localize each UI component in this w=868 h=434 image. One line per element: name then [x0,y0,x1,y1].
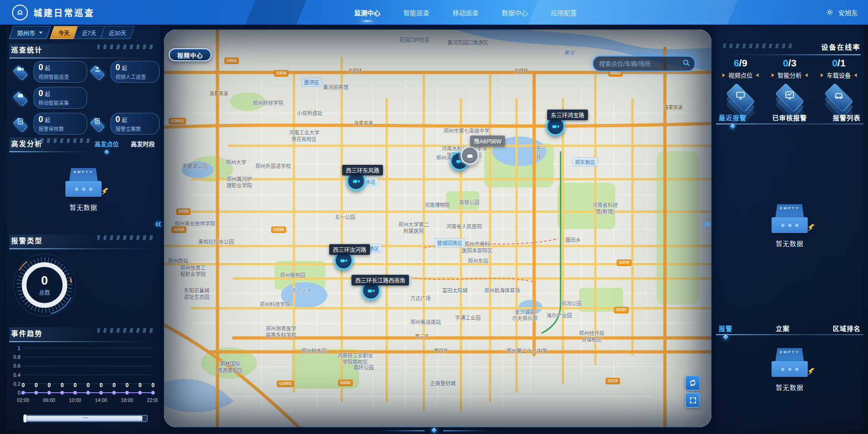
app-title: 城建日常巡查 [33,6,95,19]
case-tabs-underline [716,334,863,335]
svg-text:02:00: 02:00 [17,397,29,403]
stat-label: 视频智能巡查 [38,73,82,80]
scrollbar-handle[interactable] [24,415,26,422]
stat-card: 0起移动智能采集 [10,85,87,110]
map-road-tooltip: 西三环东风路 [342,165,383,175]
document-icon [87,113,108,134]
empty-box-icon: EMPTY [772,348,808,377]
map-place-label: 郑州黄河护 理职业学院 [227,176,252,189]
map-place-label: 郑州大学第二 附属医院 [398,222,429,235]
gear-icon[interactable] [826,8,834,16]
map-roads-art [164,30,711,427]
event-trend-chart: 10.80.60.40.20002:000006:000010:000014:0… [9,343,160,422]
map-road-name: 连霍高速 [354,121,373,127]
brand: 城建日常巡查 [12,0,95,25]
svg-text:0: 0 [74,382,77,389]
map-place-label: 郑州东站 [468,258,488,265]
nav-tab-监测中心[interactable]: 监测中心 [353,6,381,19]
city-select-value: 郑州市 [17,28,35,37]
map-place-label: 洞林国际 旅游度假区 [217,361,243,374]
alarm-empty-state: EMPTY 暂无数据 [716,204,863,248]
search-input[interactable] [598,60,683,68]
search-icon[interactable] [683,59,690,68]
section-trend-title: 事件趋势 [9,327,158,342]
vehicle-icon [818,84,860,114]
section-alarm-type-title: 报警类型 [9,234,158,249]
map-place-label: 奥帕拉拉水公园 [198,239,234,246]
svg-text:0: 0 [22,382,25,389]
map-place-label: 五一公园 [335,214,355,221]
case-tabs: 报警立案区域排名 [717,324,862,333]
map-road-tooltip: 西三环汝河路 [329,244,370,255]
svg-text:0.6: 0.6 [13,363,20,369]
fullscreen-icon[interactable] [685,393,700,408]
map-road-name: 连霍高速 [210,91,228,97]
nav-tab-数据中心[interactable]: 数据中心 [501,6,529,19]
user-name[interactable]: 安旭东 [838,8,858,17]
svg-text:06:00: 06:00 [43,397,55,403]
case-tab-报警[interactable]: 报警 [719,324,733,333]
vehicle-marker-icon[interactable] [460,146,479,165]
date-filter-近7天[interactable]: 近7天 [73,26,105,39]
video-camera-icon [10,61,31,82]
map-road-name: 南四环 [434,348,448,354]
map-place-label: 黄河迎宾馆 [323,84,349,91]
hotspot-tab-高发时段[interactable]: 高发时段 [131,139,155,148]
hotspot-tab-高发点位[interactable]: 高发点位 [95,139,119,148]
road-badge-G3001: G3001 [277,381,294,387]
case-tab-立案[interactable]: 立案 [776,324,790,333]
svg-text:18:00: 18:00 [121,397,133,403]
empty-text: 暂无数据 [70,202,97,212]
nav-tab-智能巡查[interactable]: 智能巡查 [402,6,430,19]
dashboard-stage: 视频中心 花园口村社区黄河花园口旅游区黄河迎宾馆郑州财经学院小双桥遗址河南工业大… [0,0,868,434]
empty-box-icon: EMPTY [65,168,102,197]
stat-value-line: 0起 [38,115,82,124]
stat-label: 报警审核数 [38,125,82,132]
alarm-tab-最近报警[interactable]: 最近报警 [719,113,747,122]
collapse-right-panel-icon[interactable]: » [704,217,710,229]
date-filter-近30天[interactable]: 近30天 [100,26,134,39]
map-place-label: 郑州科技学院 [260,302,290,308]
map-place-label: 郑州大学 [226,160,246,166]
online-label: 视频点位 [716,71,765,79]
svg-text:0: 0 [48,382,51,389]
road-badge-G3001: G3001 [169,118,186,124]
section-hotspot-title: 高发分析 [9,137,95,152]
online-stat-车载设备: 0/1车载设备 [814,58,863,114]
chart-scrollbar[interactable] [23,415,147,422]
map-controls [685,376,700,408]
gauge-value: 0 [41,274,48,286]
svg-text:0: 0 [18,390,20,395]
map-road-name: 北四环 [348,68,362,74]
stat-value-line: 0起 [38,89,82,98]
map-place-label: 郑州客运南站 [410,319,441,326]
map-road-name: 北四环 [514,68,528,74]
video-center-button[interactable]: 视频中心 [169,48,211,61]
stat-label: 移动智能采集 [38,99,82,106]
map-place-label: 海尔产业园 [547,313,572,319]
stat-card: 0起报警审核数 [10,111,87,136]
stat-card: 0起视频人工巡查 [87,59,160,84]
road-badge-S312: S312 [224,58,239,64]
map-place-label: 花园口村社区 [399,37,430,44]
collapse-left-panel-icon[interactable]: « [155,217,161,229]
nav-tab-应用配置[interactable]: 应用配置 [550,6,578,19]
alarm-tab-报警列表[interactable]: 报警列表 [833,113,861,122]
stat-value-line: 0起 [115,63,154,72]
stat-value-line: 0起 [115,115,154,124]
map-canvas[interactable]: 视频中心 花园口村社区黄河花园口旅游区黄河迎宾馆郑州财经学院小双桥遗址河南工业大… [164,30,711,427]
road-badge-S315: S315 [176,208,191,215]
road-badge-G310: G310 [172,227,186,233]
map-place-label: 富田太阳城 [442,288,468,294]
nav-tab-移动巡查[interactable]: 移动巡查 [452,6,479,19]
map-place-label: 黄河花园口旅游区 [447,40,488,46]
alarm-tab-已审核报警[interactable]: 已审核报警 [772,113,807,122]
refresh-icon[interactable] [685,376,700,390]
map-place-label: 东阳京襄城 遗址生态园 [184,288,210,301]
vehicle-plate-label[interactable]: 豫A6P56W [470,136,505,146]
map-place-label: 郑州经开综 合保税区 [579,330,605,343]
case-tab-区域排名[interactable]: 区域排名 [833,324,861,333]
map-search-box[interactable] [593,56,696,71]
city-select[interactable]: 郑州市 [9,26,51,39]
online-value: 0/3 [765,58,814,69]
